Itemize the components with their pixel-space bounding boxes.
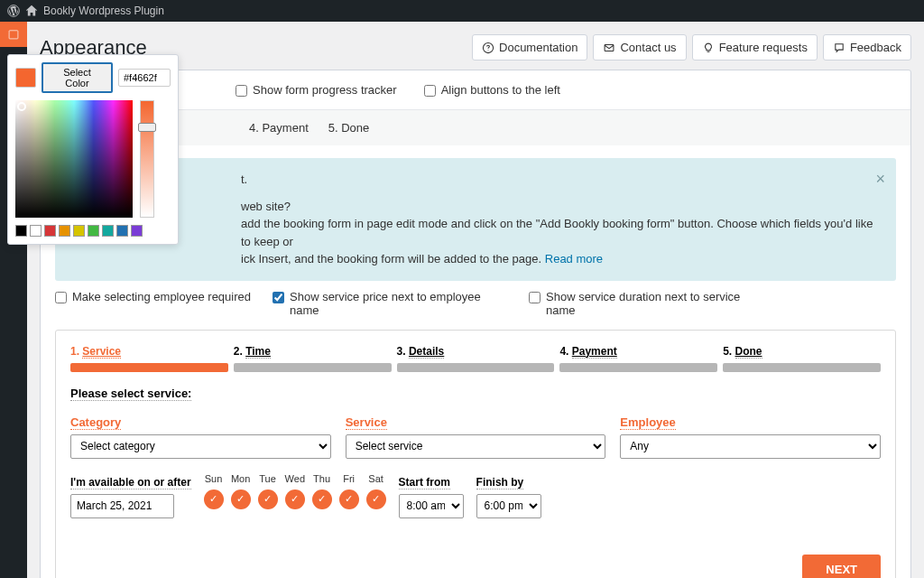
close-icon[interactable]: × bbox=[875, 167, 885, 191]
chat-icon bbox=[833, 42, 845, 54]
date-input[interactable] bbox=[70, 494, 174, 518]
hue-slider[interactable] bbox=[140, 100, 154, 218]
day-header: Mon bbox=[231, 473, 251, 484]
wordpress-icon bbox=[7, 5, 20, 17]
require-employee-checkbox[interactable] bbox=[55, 292, 67, 303]
svg-rect-1 bbox=[9, 31, 18, 39]
preset-color[interactable] bbox=[102, 225, 114, 237]
preset-color[interactable] bbox=[30, 225, 42, 237]
stepbar-1 bbox=[70, 363, 228, 372]
step-3[interactable]: 3. Details bbox=[397, 345, 555, 358]
preset-color[interactable] bbox=[131, 225, 143, 237]
day-toggle[interactable]: ✓ bbox=[258, 489, 278, 509]
info-box: × t. web site? add the booking form in p… bbox=[55, 158, 896, 281]
sidebar-item-calendar[interactable] bbox=[0, 22, 27, 47]
color-picker: Select Color bbox=[7, 54, 179, 245]
contact-button[interactable]: Contact us bbox=[593, 34, 686, 61]
finish-label: Finish by bbox=[476, 476, 524, 489]
day-header: Fri bbox=[339, 473, 359, 484]
stepbar-3 bbox=[397, 363, 555, 372]
mail-icon bbox=[603, 42, 615, 54]
feedback-button[interactable]: Feedback bbox=[823, 34, 911, 61]
select-color-button[interactable]: Select Color bbox=[42, 62, 113, 93]
day-toggle[interactable]: ✓ bbox=[366, 489, 386, 509]
tab-payment[interactable]: 4. Payment bbox=[249, 121, 309, 135]
day-toggle[interactable]: ✓ bbox=[312, 489, 332, 509]
read-more-link[interactable]: Read more bbox=[545, 252, 603, 266]
service-select[interactable]: Select service bbox=[346, 434, 606, 459]
step-1[interactable]: 1. Service bbox=[70, 345, 228, 358]
employee-select[interactable]: Any bbox=[620, 434, 881, 459]
day-header: Sun bbox=[204, 473, 224, 484]
start-select[interactable]: 8:00 am bbox=[399, 494, 464, 518]
documentation-button[interactable]: Documentation bbox=[472, 34, 587, 61]
day-toggle[interactable]: ✓ bbox=[339, 489, 359, 509]
category-select[interactable]: Select category bbox=[70, 434, 331, 459]
stepbar-5 bbox=[723, 363, 881, 372]
preset-color[interactable] bbox=[73, 225, 85, 237]
admin-topbar: Bookly Wordpress Plugin bbox=[0, 0, 924, 22]
day-toggle[interactable]: ✓ bbox=[285, 489, 305, 509]
preset-color[interactable] bbox=[88, 225, 99, 237]
preset-color[interactable] bbox=[15, 225, 27, 237]
site-name[interactable]: Bookly Wordpress Plugin bbox=[43, 5, 164, 17]
step-4[interactable]: 4. Payment bbox=[559, 345, 717, 358]
color-swatch bbox=[15, 68, 36, 88]
day-header: Sat bbox=[366, 473, 386, 484]
help-icon bbox=[482, 42, 494, 54]
employee-label: Employee bbox=[620, 415, 675, 430]
avail-label: I'm available on or after bbox=[70, 476, 191, 489]
opt-align-label: Align buttons to the left bbox=[441, 83, 560, 97]
day-header: Wed bbox=[285, 473, 305, 484]
please-label: Please select service: bbox=[70, 387, 191, 401]
step-2[interactable]: 2. Time bbox=[234, 345, 392, 358]
show-progress-checkbox[interactable] bbox=[236, 85, 247, 97]
preset-color[interactable] bbox=[116, 225, 128, 237]
show-duration-checkbox[interactable] bbox=[529, 292, 541, 303]
feature-button[interactable]: Feature requests bbox=[692, 34, 818, 61]
next-button[interactable]: NEXT bbox=[802, 555, 881, 579]
stepbar-2 bbox=[234, 363, 392, 372]
hex-input[interactable] bbox=[118, 69, 171, 87]
day-header: Thu bbox=[312, 473, 332, 484]
opt-progress-label: Show form progress tracker bbox=[253, 83, 397, 97]
day-toggle[interactable]: ✓ bbox=[231, 489, 251, 509]
step-5[interactable]: 5. Done bbox=[723, 345, 881, 358]
form-preview: 1. Service 2. Time 3. Details 4. Payment… bbox=[55, 330, 896, 579]
svg-rect-5 bbox=[605, 44, 614, 51]
service-label: Service bbox=[346, 415, 387, 430]
day-header: Tue bbox=[258, 473, 278, 484]
category-label: Category bbox=[70, 415, 121, 430]
saturation-panel[interactable] bbox=[15, 100, 133, 218]
sat-cursor[interactable] bbox=[17, 102, 26, 111]
stepbar-4 bbox=[559, 363, 717, 372]
day-toggle[interactable]: ✓ bbox=[204, 489, 224, 509]
preset-color[interactable] bbox=[44, 225, 56, 237]
preset-color[interactable] bbox=[59, 225, 70, 237]
align-left-checkbox[interactable] bbox=[424, 85, 436, 97]
home-icon[interactable] bbox=[25, 5, 38, 17]
show-price-checkbox[interactable] bbox=[273, 292, 284, 303]
bulb-icon bbox=[702, 42, 715, 54]
start-label: Start from bbox=[399, 476, 450, 489]
tab-done[interactable]: 5. Done bbox=[328, 121, 370, 135]
hue-handle[interactable] bbox=[138, 123, 156, 132]
finish-select[interactable]: 6:00 pm bbox=[476, 494, 541, 518]
